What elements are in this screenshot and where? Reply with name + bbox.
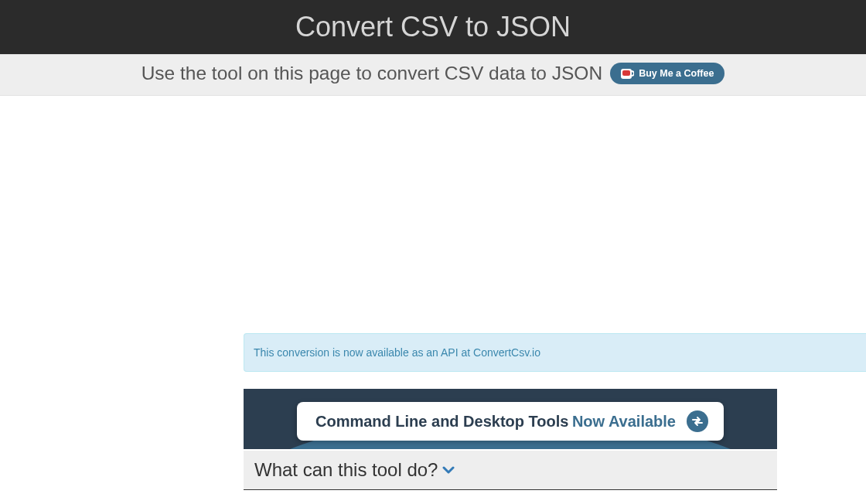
promo-secondary-text: Now Available [572,413,676,430]
coffee-cup-icon [621,69,634,79]
buy-coffee-button[interactable]: Buy Me a Coffee [610,63,725,84]
section-toggle-what-can-do[interactable]: What can this tool do? [244,451,777,490]
promo-link[interactable]: Command Line and Desktop Tools Now Avail… [297,402,724,441]
swap-arrows-icon [687,410,708,432]
subtitle-text: Use the tool on this page to convert CSV… [141,63,603,84]
chevron-down-icon [442,465,455,475]
buy-coffee-label: Buy Me a Coffee [639,68,714,79]
section-title: What can this tool do? [254,459,438,481]
subtitle-bar: Use the tool on this page to convert CSV… [0,54,866,96]
promo-banner: Command Line and Desktop Tools Now Avail… [244,389,777,449]
api-info-alert: This conversion is now available as an A… [244,333,866,372]
api-info-text: This conversion is now available as an A… [254,346,473,359]
ad-space [0,96,866,333]
api-info-link[interactable]: ConvertCsv.io [473,346,540,359]
svg-rect-1 [622,70,630,76]
header-bar: Convert CSV to JSON [0,0,866,54]
promo-primary-text: Command Line and Desktop Tools [315,413,568,430]
page-title: Convert CSV to JSON [295,11,571,43]
